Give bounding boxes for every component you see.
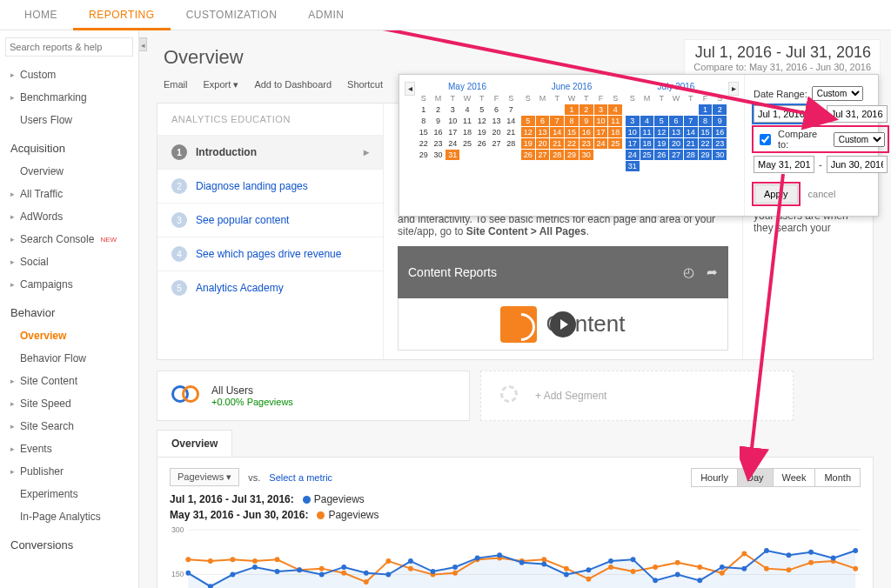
svg-point-43 [364, 571, 369, 576]
secondary-metric-select[interactable]: Select a metric [269, 472, 332, 483]
cancel-link[interactable]: cancel [808, 189, 836, 199]
sidebar-item-site-search[interactable]: ▸Site Search [0, 415, 138, 438]
svg-point-23 [608, 565, 613, 570]
edu-item-popular[interactable]: 3See popular content [157, 203, 383, 237]
svg-point-14 [408, 566, 413, 571]
svg-point-61 [764, 548, 769, 553]
svg-point-45 [408, 558, 413, 564]
sidebar-item-social[interactable]: ▸Social [0, 251, 138, 273]
email-button[interactable]: Email [164, 79, 188, 90]
cal-prev-button[interactable]: ◂ [405, 82, 415, 96]
tab-customization[interactable]: CUSTOMIZATION [171, 0, 293, 30]
clock-icon: ◴ [683, 264, 694, 280]
play-icon[interactable] [550, 311, 576, 337]
svg-point-55 [631, 557, 636, 562]
sidebar-item-site-speed[interactable]: ▸Site Speed [0, 392, 138, 415]
svg-point-7 [252, 558, 258, 564]
date-start-input[interactable] [754, 105, 814, 123]
legend-row-1: Jul 1, 2016 - Jul 31, 2016:Pageviews [170, 493, 861, 505]
svg-point-41 [319, 572, 325, 578]
edu-item-academy[interactable]: 5Analytics Academy [157, 271, 383, 304]
pageviews-chart: 300150 [170, 525, 861, 588]
tab-home[interactable]: HOME [9, 0, 73, 30]
sidebar-item-benchmarking[interactable]: ▸Benchmarking [0, 86, 138, 109]
sidebar-item-acq-overview[interactable]: Overview [0, 160, 138, 183]
add-segment-button[interactable]: + Add Segment [480, 371, 794, 421]
sidebar-item-beh-overview[interactable]: Overview [0, 324, 138, 347]
tab-overview[interactable]: Overview [157, 430, 232, 457]
svg-point-5 [208, 558, 213, 564]
search-input[interactable] [5, 37, 133, 57]
svg-point-22 [586, 577, 592, 582]
video-card[interactable]: Content Reports ◴➦ [398, 246, 728, 298]
video-preview[interactable]: Content [398, 298, 728, 351]
svg-text:300: 300 [171, 525, 184, 534]
svg-point-30 [764, 566, 769, 571]
edu-item-intro[interactable]: 1Introduction▸ [157, 135, 383, 169]
date-end-input[interactable] [827, 105, 888, 123]
content: ◂ Overview Jul 1, 2016 - Jul 31, 2016 Co… [139, 30, 891, 588]
share-icon[interactable]: ➦ [707, 264, 718, 280]
cal-next-button[interactable]: ▸ [728, 82, 739, 96]
shortcut-button[interactable]: Shortcut [347, 79, 383, 90]
svg-point-54 [608, 558, 613, 564]
tab-reporting[interactable]: REPORTING [73, 0, 171, 30]
chart-panel: Pageviews ▾ vs. Select a metric Hourly D… [157, 457, 874, 588]
sidebar-item-site-content[interactable]: ▸Site Content [0, 370, 138, 392]
time-granularity: Hourly Day Week Month [692, 468, 861, 487]
time-month[interactable]: Month [814, 468, 861, 487]
sidebar-item-behavior-flow[interactable]: Behavior Flow [0, 347, 138, 370]
sidebar-item-publisher[interactable]: ▸Publisher [0, 460, 138, 483]
video-title: Content Reports [408, 265, 497, 279]
svg-point-24 [631, 569, 636, 574]
edu-item-revenue[interactable]: 4See which pages drive revenue [157, 237, 383, 271]
time-day[interactable]: Day [737, 468, 774, 487]
date-range-controls: Date Range: Custom - Compare to: Custom … [744, 75, 891, 216]
svg-point-60 [741, 566, 747, 571]
calendar-may[interactable]: May 2016 SMTWTFS123456789101112131415161… [417, 80, 518, 210]
compare-type-select[interactable]: Custom [834, 132, 885, 147]
svg-point-42 [341, 565, 346, 570]
time-hourly[interactable]: Hourly [691, 468, 738, 487]
segment-all-users[interactable]: All Users+0.00% Pageviews [157, 371, 470, 421]
export-button[interactable]: Export ▾ [204, 79, 239, 90]
collapse-sidebar-button[interactable]: ◂ [139, 37, 147, 51]
new-badge: NEW [100, 236, 117, 244]
calendar-july[interactable]: July 2016 SMTWTFS12345678910111213141516… [626, 80, 727, 210]
svg-point-16 [452, 571, 458, 576]
sidebar-item-inpage[interactable]: In-Page Analytics [0, 505, 138, 528]
sidebar-item-events[interactable]: ▸Events [0, 438, 138, 460]
primary-metric-select[interactable]: Pageviews ▾ [170, 468, 239, 486]
svg-point-44 [385, 572, 391, 578]
sidebar-item-all-traffic[interactable]: ▸All Traffic [0, 183, 138, 205]
top-nav: HOME REPORTING CUSTOMIZATION ADMIN [0, 0, 891, 30]
compare-checkbox[interactable] [760, 134, 771, 145]
sidebar-item-adwords[interactable]: ▸AdWords [0, 205, 138, 228]
sidebar-item-search-console[interactable]: ▸Search ConsoleNEW [0, 228, 138, 251]
svg-point-38 [252, 565, 258, 570]
svg-point-62 [787, 552, 792, 558]
svg-point-25 [653, 565, 658, 570]
svg-point-57 [675, 572, 680, 578]
date-range-display[interactable]: Jul 1, 2016 - Jul 31, 2016 Compare to: M… [684, 39, 881, 77]
svg-point-27 [697, 565, 702, 570]
svg-point-21 [564, 566, 569, 571]
svg-point-34 [853, 566, 858, 571]
tab-admin[interactable]: ADMIN [292, 0, 359, 30]
calendar-june[interactable]: June 2016 SMTWTFS12345678910111213141516… [521, 80, 622, 210]
sidebar-item-users-flow[interactable]: Users Flow [0, 109, 138, 131]
time-week[interactable]: Week [773, 468, 816, 487]
edu-heading: ANALYTICS EDUCATION [157, 104, 383, 135]
svg-point-6 [231, 557, 236, 562]
sidebar-item-custom[interactable]: ▸Custom [0, 63, 138, 86]
svg-point-32 [808, 560, 814, 565]
sidebar-item-campaigns[interactable]: ▸Campaigns [0, 273, 138, 296]
add-dashboard-button[interactable]: Add to Dashboard [254, 79, 332, 90]
segment-circles-icon [171, 380, 203, 411]
apply-button[interactable]: Apply [754, 184, 798, 204]
compare-end-input[interactable] [827, 156, 888, 173]
edu-item-diagnose[interactable]: 2Diagnose landing pages [157, 169, 383, 203]
compare-start-input[interactable] [754, 156, 814, 173]
sidebar-item-experiments[interactable]: Experiments [0, 483, 138, 505]
date-range-type-select[interactable]: Custom [812, 86, 863, 101]
